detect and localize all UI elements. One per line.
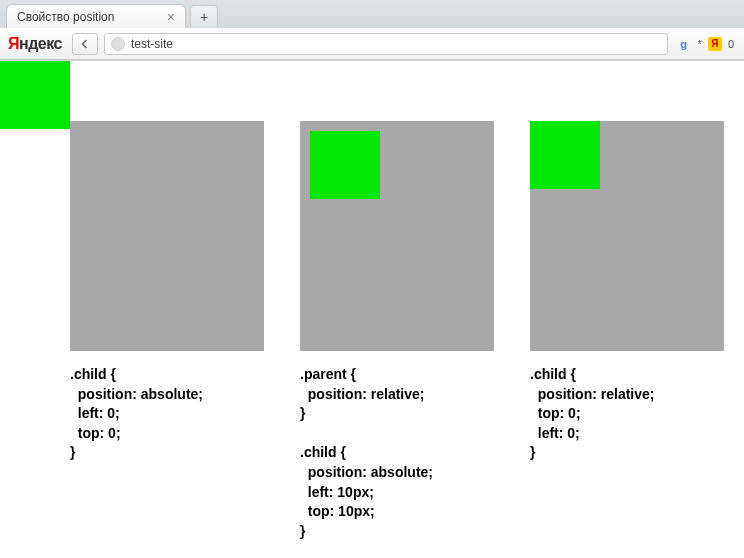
url-text: test-site (131, 37, 661, 51)
url-bar[interactable]: test-site (104, 33, 668, 55)
code-block: .child { position: absolute; left: 0; to… (70, 365, 264, 463)
child-box (0, 61, 70, 129)
site-icon (111, 37, 125, 51)
examples-row: .child { position: absolute; left: 0; to… (0, 61, 744, 541)
example3-canvas (530, 121, 724, 351)
plus-icon: + (200, 10, 208, 24)
example-relative: .child { position: relative; top: 0; lef… (530, 61, 724, 541)
tab-title: Свойство position (17, 10, 159, 24)
back-arrow-icon (79, 38, 91, 50)
browser-chrome: Свойство position × + Яндекс test-site g… (0, 0, 744, 61)
example2-canvas (300, 121, 494, 351)
example-absolute-no-parent: .child { position: absolute; left: 0; to… (0, 61, 264, 541)
toolbar: Яндекс test-site g * Я 0 (0, 28, 744, 60)
tab-bar: Свойство position × + (0, 0, 744, 28)
yandex-logo[interactable]: Яндекс (8, 35, 62, 53)
example1-canvas (70, 121, 264, 351)
back-button[interactable] (72, 33, 98, 55)
browser-tab[interactable]: Свойство position × (6, 4, 186, 28)
toolbar-extensions: g * Я 0 (676, 36, 736, 52)
parent-box (70, 121, 264, 351)
child-box (530, 121, 600, 189)
yandex-extension-icon[interactable]: Я (708, 37, 722, 51)
ext-star: * (698, 38, 702, 50)
yandex-rest: ндекс (19, 35, 62, 52)
new-tab-button[interactable]: + (190, 5, 218, 27)
example-absolute-relative-parent: .parent { position: relative; } .child {… (300, 61, 494, 541)
yandex-first-letter: Я (8, 35, 19, 52)
code-block: .child { position: relative; top: 0; lef… (530, 365, 724, 463)
code-block: .parent { position: relative; } .child {… (300, 365, 494, 541)
child-box (310, 131, 380, 199)
google-extension-icon[interactable]: g (676, 36, 692, 52)
close-icon[interactable]: × (167, 10, 175, 24)
page-content: .child { position: absolute; left: 0; to… (0, 61, 744, 558)
ext-count: 0 (728, 38, 734, 50)
